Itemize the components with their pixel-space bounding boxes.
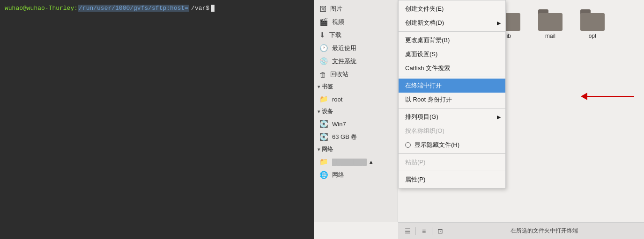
sidebar-item-pictures[interactable]: 🖼 图片 — [314, 2, 398, 15]
show-hidden-radio — [405, 142, 411, 148]
pictures-icon: 🖼 — [319, 5, 326, 13]
sidebar-label-win7: Win7 — [332, 121, 346, 128]
menu-separator-4 — [399, 153, 505, 154]
terminal-panel: wuhao@wuhao-Thurley: /run/user/1000/gvfs… — [0, 0, 314, 239]
menu-item-open-root[interactable]: 以 Root 身份打开 — [399, 93, 505, 107]
network-label: 网络 — [322, 145, 333, 153]
devices-label: 设备 — [322, 108, 333, 116]
menu-label-open-root: 以 Root 身份打开 — [405, 95, 452, 104]
menu-item-open-terminal[interactable]: 在终端中打开 — [399, 79, 505, 93]
sidebar-label-root: root — [332, 96, 342, 103]
status-bar: ☰ ≡ ⊡ 在所选的文件夹中打开终端 — [398, 222, 644, 239]
sidebar-label-63gb: 63 GB 卷 — [332, 133, 357, 141]
sidebar-item-network[interactable]: 🌐 网络 — [314, 168, 398, 181]
sidebar-label-sftp: ████████ — [332, 159, 367, 166]
context-menu: 创建文件夹(E) 创建新文档(D) ▶ 更改桌面背景(B) 桌面设置(S) Ca… — [398, 0, 506, 188]
menu-label-properties: 属性(P) — [405, 175, 425, 184]
create-doc-submenu-arrow: ▶ — [497, 20, 501, 26]
terminal-user: wuhao@wuhao-Thurley: — [5, 5, 78, 12]
file-label-opt: opt — [589, 33, 597, 39]
filesystem-icon: 💿 — [319, 57, 328, 65]
bookmarks-chevron: ▾ — [318, 84, 320, 89]
recent-icon: 🕐 — [319, 44, 328, 52]
sidebar-section-network[interactable]: ▾ 网络 — [314, 144, 398, 155]
status-btn-list-view[interactable]: ≡ — [418, 225, 429, 237]
terminal-cursor — [211, 5, 215, 12]
file-item-mail[interactable]: mail — [532, 7, 569, 42]
menu-item-group-by-name: 按名称组织(O) — [399, 124, 505, 138]
devices-chevron: ▾ — [318, 109, 320, 114]
menu-item-change-bg[interactable]: 更改桌面背景(B) — [399, 33, 505, 47]
sidebar-label-videos: 视频 — [332, 18, 344, 26]
63gb-icon: 💽 — [319, 133, 328, 141]
sidebar-item-recent[interactable]: 🕐 最近使用 — [314, 42, 398, 55]
menu-label-sort: 排列项目(G) — [405, 113, 438, 121]
status-btn-grid-view[interactable]: ⊡ — [435, 225, 446, 237]
menu-separator-1 — [399, 31, 505, 32]
arrow-line — [587, 96, 634, 97]
sidebar-item-root[interactable]: 📁 root — [314, 93, 398, 106]
menu-separator-3 — [399, 108, 505, 109]
bookmarks-label: 书签 — [322, 83, 333, 91]
menu-separator-2 — [399, 77, 505, 77]
file-label-mail: mail — [545, 33, 555, 39]
menu-label-paste: 粘贴(P) — [405, 158, 425, 167]
sidebar-item-downloads[interactable]: ⬇ 下载 — [314, 29, 398, 42]
menu-label-show-hidden: 显示隐藏文件(H) — [415, 141, 459, 149]
menu-item-catfish[interactable]: Catfish 文件搜索 — [399, 61, 505, 75]
menu-label-change-bg: 更改桌面背景(B) — [405, 36, 450, 44]
arrow-indicator — [581, 93, 634, 100]
status-divider-1 — [415, 227, 416, 235]
folder-icon-mail — [538, 9, 563, 31]
menu-label-create-folder: 创建文件夹(E) — [405, 5, 444, 13]
sidebar-label-pictures: 图片 — [330, 5, 342, 13]
arrow-head — [581, 93, 587, 100]
sidebar-section-bookmarks[interactable]: ▾ 书签 — [314, 81, 398, 93]
status-bar-text: 在所选的文件夹中打开终端 — [448, 227, 640, 235]
menu-label-desktop-settings: 桌面设置(S) — [405, 50, 437, 58]
menu-label-catfish: Catfish 文件搜索 — [405, 64, 450, 72]
menu-label-group-by-name: 按名称组织(O) — [405, 127, 444, 135]
menu-label-open-terminal: 在终端中打开 — [405, 81, 442, 90]
menu-item-paste: 粘贴(P) — [399, 155, 505, 169]
menu-item-desktop-settings[interactable]: 桌面设置(S) — [399, 47, 505, 61]
status-btn-icon-view[interactable]: ☰ — [402, 225, 413, 237]
menu-item-create-doc[interactable]: 创建新文档(D) ▶ — [399, 16, 505, 30]
sort-submenu-arrow: ▶ — [497, 114, 501, 120]
menu-item-properties[interactable]: 属性(P) — [399, 173, 505, 187]
sidebar: 🖼 图片 🎬 视频 ⬇ 下载 🕐 最近使用 💿 文件系统 🗑 回收站 — [314, 0, 398, 222]
terminal-dollar: /var$ — [191, 5, 209, 12]
sidebar-section-devices[interactable]: ▾ 设备 — [314, 106, 398, 117]
file-manager-wrapper: 🖼 图片 🎬 视频 ⬇ 下载 🕐 最近使用 💿 文件系统 🗑 回收站 — [314, 0, 644, 239]
status-divider-2 — [432, 227, 432, 235]
menu-label-create-doc: 创建新文档(D) — [405, 19, 444, 27]
sidebar-label-recent: 最近使用 — [332, 44, 356, 52]
menu-item-show-hidden[interactable]: 显示隐藏文件(H) — [399, 138, 505, 152]
downloads-icon: ⬇ — [319, 31, 326, 39]
sidebar-label-downloads: 下载 — [329, 31, 341, 39]
sidebar-item-filesystem[interactable]: 💿 文件系统 — [314, 55, 398, 68]
menu-separator-5 — [399, 171, 505, 171]
file-item-opt[interactable]: opt — [574, 7, 611, 42]
sidebar-item-trash[interactable]: 🗑 回收站 — [314, 68, 398, 81]
root-folder-icon: 📁 — [319, 95, 328, 103]
terminal-prompt: wuhao@wuhao-Thurley: /run/user/1000/gvfs… — [5, 5, 309, 12]
sidebar-item-63gb[interactable]: 💽 63 GB 卷 — [314, 130, 398, 144]
network-icon: 🌐 — [319, 171, 328, 179]
videos-icon: 🎬 — [319, 18, 328, 26]
sftp-eject-icon: ▲ — [369, 159, 374, 165]
terminal-path: /run/user/1000/gvfs/sftp:host= — [78, 5, 189, 12]
folder-icon-opt — [580, 9, 605, 31]
sidebar-label-trash: 回收站 — [330, 70, 348, 79]
sidebar-label-network: 网络 — [332, 171, 344, 179]
file-label-lib: lib — [505, 33, 511, 39]
win7-icon: 💽 — [319, 120, 328, 128]
menu-item-create-folder[interactable]: 创建文件夹(E) — [399, 2, 505, 16]
sidebar-label-filesystem: 文件系统 — [332, 57, 356, 65]
trash-icon: 🗑 — [319, 71, 326, 79]
menu-item-sort[interactable]: 排列项目(G) ▶ — [399, 110, 505, 124]
file-manager: 🖼 图片 🎬 视频 ⬇ 下载 🕐 最近使用 💿 文件系统 🗑 回收站 — [314, 0, 644, 239]
sidebar-item-sftp[interactable]: 📁 ████████ ▲ — [314, 155, 398, 168]
sidebar-item-win7[interactable]: 💽 Win7 — [314, 117, 398, 130]
sidebar-item-videos[interactable]: 🎬 视频 — [314, 15, 398, 29]
